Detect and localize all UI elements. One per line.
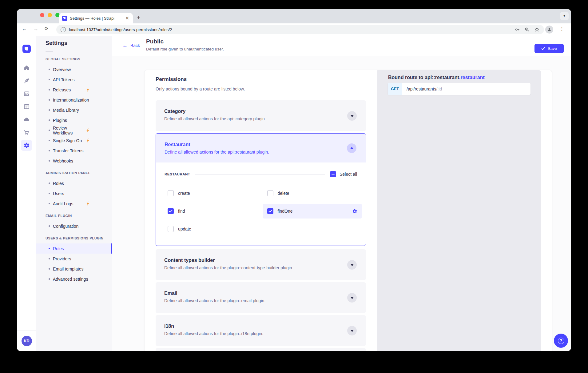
action-checkbox-update[interactable] — [168, 226, 174, 232]
site-info-icon[interactable]: i — [61, 27, 66, 32]
zoom-page-icon[interactable] — [524, 27, 530, 32]
action-checkbox-find[interactable] — [168, 208, 174, 214]
action-findone[interactable]: findOne — [263, 204, 362, 219]
content-type-builder-layout-icon[interactable] — [21, 101, 32, 112]
new-tab-button[interactable]: + — [137, 14, 140, 22]
accordion-body: RESTAURANTSelect allcreatedeletefindfind… — [156, 162, 366, 246]
subnav-section: GLOBAL SETTINGSOverviewAPI TokensRelease… — [36, 57, 112, 166]
sidebar-item-label: Review Workflows — [53, 126, 86, 135]
browser-menu-icon[interactable]: ⋮ — [559, 26, 564, 32]
close-window-button[interactable] — [40, 13, 44, 17]
select-all[interactable]: Select all — [330, 171, 357, 177]
address-bar[interactable]: i localhost:1337/admin/settings/users-pe… — [56, 25, 544, 34]
minimize-window-button[interactable] — [48, 13, 52, 17]
sidebar-item-transfer-tokens[interactable]: Transfer Tokens — [36, 146, 112, 156]
sidebar-item-review-workflows[interactable]: Review Workflows — [36, 125, 112, 135]
collapse-chevron-up-icon[interactable] — [347, 143, 356, 153]
content-manager-feather-icon[interactable] — [21, 75, 32, 86]
accordion-description: Define all allowed actions for the plugi… — [164, 298, 265, 303]
settings-heading-divider — [46, 51, 53, 52]
bullet-icon — [49, 109, 50, 111]
url-text[interactable]: localhost:1337/admin/settings/users-perm… — [69, 27, 510, 32]
action-update[interactable]: update — [163, 222, 262, 236]
sidebar-item-plugins[interactable]: Plugins — [36, 115, 112, 125]
action-checkbox-findone[interactable] — [267, 208, 273, 214]
sidebar-item-internationalization[interactable]: Internationalization — [36, 95, 112, 105]
tab-search-chevron-icon[interactable]: ▾ — [560, 12, 569, 20]
sidebar-item-label: Internationalization — [53, 98, 89, 102]
route-path-param: /:id — [436, 86, 442, 91]
settings-subnav: Settings GLOBAL SETTINGSOverviewAPI Toke… — [36, 36, 112, 351]
accordion-category[interactable]: CategoryDefine all allowed actions for t… — [156, 100, 366, 131]
browser-forward-button[interactable]: → — [33, 26, 38, 32]
marketplace-cart-icon[interactable] — [21, 127, 32, 138]
sidebar-item-roles[interactable]: Roles — [36, 178, 112, 188]
accordion-upload[interactable]: Upload — [156, 348, 366, 351]
actions-grid: createdeletefindfindOneupdate — [163, 186, 362, 236]
media-library-icon[interactable] — [21, 88, 32, 99]
group-label: RESTAURANT — [165, 172, 190, 176]
sidebar-item-providers[interactable]: Providers — [36, 254, 112, 264]
browser-reload-button[interactable]: ⟳ — [45, 26, 49, 31]
deploy-cloud-icon[interactable] — [21, 114, 32, 125]
sidebar-item-label: Releases — [53, 87, 71, 92]
expand-chevron-down-icon[interactable] — [347, 293, 357, 303]
sidebar-item-releases[interactable]: Releases — [36, 85, 112, 95]
bookmark-star-icon[interactable] — [534, 27, 540, 32]
sidebar-item-media-library[interactable]: Media Library — [36, 105, 112, 115]
strapi-logo-icon[interactable] — [22, 45, 31, 53]
sidebar-item-roles[interactable]: Roles — [36, 243, 112, 254]
password-key-icon[interactable] — [514, 27, 520, 32]
sidebar-item-audit-logs[interactable]: Audit Logs — [36, 199, 112, 209]
browser-window: Settings — Roles | Strapi ✕ + ▾ ← → ⟳ i … — [17, 9, 571, 351]
action-delete[interactable]: delete — [263, 186, 362, 201]
sidebar-item-label: Roles — [53, 246, 64, 251]
enterprise-bolt-icon — [86, 138, 90, 143]
subnav-section-label: ADMINISTRATION PANEL — [36, 171, 112, 176]
sidebar-item-advanced-settings[interactable]: Advanced settings — [36, 274, 112, 284]
sidebar-item-api-tokens[interactable]: API Tokens — [36, 74, 112, 85]
accordion-i18n[interactable]: i18nDefine all allowed actions for the p… — [156, 315, 366, 346]
back-link[interactable]: ← Back — [122, 42, 140, 49]
route-path: /api/restaurants/:id — [402, 83, 442, 95]
subnav-section-label: GLOBAL SETTINGS — [36, 57, 112, 62]
bullet-icon — [49, 140, 50, 141]
sidebar-item-label: Single Sign-On — [53, 138, 82, 143]
sidebar-item-configuration[interactable]: Configuration — [36, 221, 112, 231]
home-icon[interactable] — [21, 62, 32, 73]
sidebar-item-users[interactable]: Users — [36, 188, 112, 199]
settings-gear-icon[interactable] — [21, 140, 32, 151]
bullet-icon — [49, 258, 50, 259]
sidebar-item-email-templates[interactable]: Email templates — [36, 264, 112, 274]
browser-profile-icon[interactable] — [545, 26, 553, 34]
sidebar-item-webhooks[interactable]: Webhooks — [36, 156, 112, 166]
sidebar-item-overview[interactable]: Overview — [36, 64, 112, 74]
check-icon — [268, 210, 272, 213]
http-method-badge: GET — [388, 83, 402, 95]
action-create[interactable]: create — [163, 186, 262, 201]
action-checkbox-create[interactable] — [168, 190, 174, 196]
action-label: delete — [278, 191, 289, 196]
expand-chevron-down-icon[interactable] — [347, 326, 357, 335]
user-avatar[interactable]: KD — [22, 336, 32, 346]
browser-back-button[interactable]: ← — [22, 26, 27, 32]
tab-close-icon[interactable]: ✕ — [125, 15, 130, 21]
help-button[interactable]: ? — [554, 334, 568, 348]
expand-chevron-down-icon[interactable] — [347, 111, 357, 121]
accordion-content-types-builder[interactable]: Content types builderDefine all allowed … — [156, 249, 366, 280]
subnav-section: USERS & PERMISSIONS PLUGINRolesProviders… — [36, 236, 112, 284]
bullet-icon — [49, 160, 50, 162]
action-settings-button[interactable] — [352, 209, 357, 214]
browser-tab[interactable]: Settings — Roles | Strapi ✕ — [59, 13, 133, 23]
action-checkbox-delete[interactable] — [267, 190, 273, 196]
bullet-icon — [49, 119, 50, 121]
accordion-email[interactable]: EmailDefine all allowed actions for the … — [156, 282, 366, 313]
sidebar-item-label: Configuration — [53, 224, 78, 229]
accordion-header[interactable]: RestaurantDefine all allowed actions for… — [156, 134, 366, 162]
save-button[interactable]: Save — [534, 44, 564, 53]
accordion-restaurant[interactable]: RestaurantDefine all allowed actions for… — [156, 133, 366, 246]
sidebar-item-single-sign-on[interactable]: Single Sign-On — [36, 135, 112, 146]
action-find[interactable]: find — [163, 204, 262, 219]
expand-chevron-down-icon[interactable] — [347, 260, 357, 270]
select-all-checkbox[interactable] — [330, 171, 336, 177]
